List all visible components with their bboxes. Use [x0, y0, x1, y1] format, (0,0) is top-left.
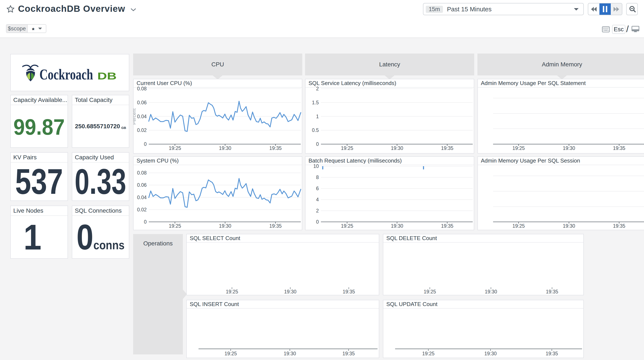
svg-text:0.06: 0.06	[137, 182, 147, 188]
svg-text:19:25: 19:25	[422, 351, 434, 356]
svg-text:19:25: 19:25	[224, 351, 237, 356]
svg-text:0.08: 0.08	[137, 170, 147, 176]
svg-text:19:30: 19:30	[563, 223, 575, 229]
svg-text:8: 8	[316, 175, 319, 180]
svg-text:19:30: 19:30	[484, 351, 497, 356]
svg-text:19:35: 19:35	[269, 145, 282, 151]
svg-text:19:35: 19:35	[613, 223, 625, 229]
svg-text:0.04: 0.04	[137, 114, 147, 119]
svg-text:19:35: 19:35	[441, 223, 454, 229]
svg-text:Cockroach: Cockroach	[40, 66, 93, 83]
svg-text:19:30: 19:30	[485, 289, 497, 295]
svg-text:4: 4	[316, 197, 319, 202]
svg-text:19:35: 19:35	[613, 145, 625, 151]
svg-text:0: 0	[316, 141, 319, 147]
svg-text:19:35: 19:35	[546, 351, 558, 356]
svg-text:19:25: 19:25	[169, 223, 181, 229]
svg-text:0.02: 0.02	[137, 127, 147, 133]
svg-text:19:25: 19:25	[226, 289, 238, 295]
svg-text:0.08: 0.08	[137, 86, 147, 91]
svg-text:1: 1	[316, 114, 319, 119]
svg-text:0: 0	[144, 219, 147, 225]
svg-text:19:35: 19:35	[342, 351, 355, 356]
svg-text:19:35: 19:35	[441, 145, 454, 151]
svg-text:2: 2	[316, 86, 319, 91]
svg-text:1.5: 1.5	[312, 100, 319, 105]
svg-text:0.5: 0.5	[312, 127, 319, 133]
svg-text:19:30: 19:30	[563, 145, 575, 151]
svg-text:0: 0	[144, 141, 147, 147]
svg-text:19:25: 19:25	[424, 289, 436, 295]
svg-text:2: 2	[316, 208, 319, 214]
svg-text:Percent: Percent	[133, 108, 137, 125]
svg-text:19:30: 19:30	[284, 289, 296, 295]
svg-text:19:35: 19:35	[342, 289, 355, 295]
svg-text:19:35: 19:35	[546, 289, 558, 295]
svg-text:19:25: 19:25	[169, 145, 181, 151]
svg-text:19:30: 19:30	[391, 223, 403, 229]
svg-text:19:30: 19:30	[391, 145, 403, 151]
svg-text:19:25: 19:25	[512, 223, 525, 229]
svg-text:10: 10	[313, 163, 319, 169]
svg-text:19:30: 19:30	[219, 223, 231, 229]
svg-text:0: 0	[316, 219, 319, 225]
svg-text:0.02: 0.02	[137, 207, 147, 212]
svg-text:19:25: 19:25	[341, 223, 353, 229]
svg-text:19:25: 19:25	[341, 145, 353, 151]
svg-text:6: 6	[316, 186, 319, 191]
svg-text:DB: DB	[97, 70, 116, 82]
svg-text:19:30: 19:30	[284, 351, 296, 356]
svg-text:19:25: 19:25	[512, 145, 525, 151]
svg-text:0.04: 0.04	[137, 195, 147, 200]
svg-text:0.06: 0.06	[137, 100, 147, 105]
svg-text:19:30: 19:30	[219, 145, 231, 151]
svg-text:19:35: 19:35	[269, 223, 282, 229]
